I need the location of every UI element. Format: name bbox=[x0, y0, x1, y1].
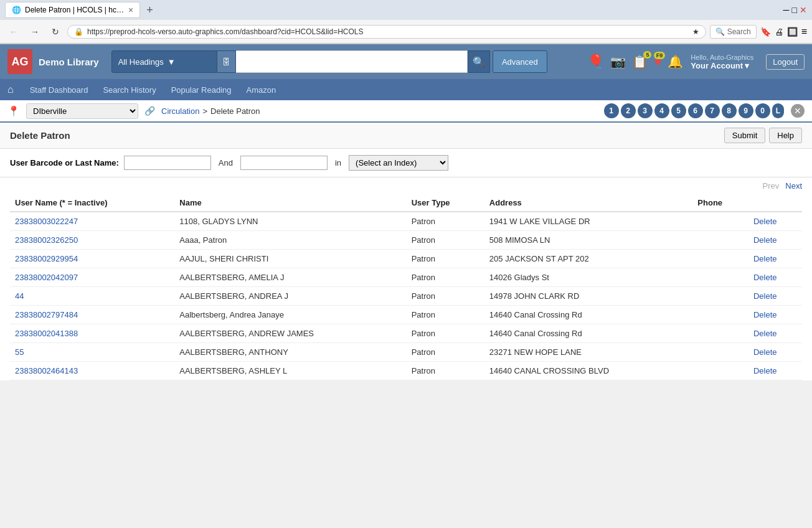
delete-link[interactable]: Delete bbox=[753, 366, 777, 375]
list-icon[interactable]: 📋 5 bbox=[632, 54, 648, 69]
patrons-table: User Name (* = Inactive) Name User Type … bbox=[10, 194, 802, 380]
close-button[interactable]: ✕ bbox=[791, 104, 805, 118]
tab-title: Delete Patron | HCOLS | hcols | bbox=[25, 6, 125, 14]
location-select[interactable]: DIberville bbox=[26, 103, 138, 119]
logout-button[interactable]: Logout bbox=[766, 54, 805, 70]
delete-link[interactable]: Delete bbox=[753, 329, 777, 338]
delete-link[interactable]: Delete bbox=[753, 347, 777, 357]
search-submit-button[interactable]: 🔍 bbox=[468, 50, 490, 73]
database-icon[interactable]: 🗄 bbox=[217, 50, 236, 73]
forward-button[interactable]: → bbox=[26, 24, 44, 39]
menu-icon[interactable]: ≡ bbox=[801, 26, 807, 37]
maximize-button[interactable]: □ bbox=[792, 5, 797, 15]
username-link[interactable]: 23838002041388 bbox=[15, 329, 78, 338]
barcode-lastname-input[interactable] bbox=[124, 156, 211, 170]
prev-link[interactable]: Prev bbox=[763, 181, 780, 191]
username-link[interactable]: 23838002326250 bbox=[15, 235, 78, 245]
nav-popular-reading[interactable]: Popular Reading bbox=[164, 80, 239, 100]
cell-usertype: Patron bbox=[407, 324, 484, 343]
cell-address: 14026 Gladys St bbox=[484, 268, 693, 287]
table-container: Prev Next User Name (* = Inactive) Name … bbox=[0, 177, 812, 380]
username-link[interactable]: 23838003022247 bbox=[15, 217, 78, 226]
browser-search-box[interactable]: 🔍 Search bbox=[710, 25, 757, 39]
page-tab-4[interactable]: 4 bbox=[654, 103, 669, 118]
next-link[interactable]: Next bbox=[785, 181, 802, 191]
new-tab-button[interactable]: + bbox=[144, 4, 156, 17]
cell-phone bbox=[692, 306, 748, 324]
username-link[interactable]: 44 bbox=[15, 291, 24, 301]
cell-name: Aaaa, Patron bbox=[174, 231, 406, 250]
delete-link[interactable]: Delete bbox=[753, 254, 777, 263]
nav-links: Staff Dashboard Search History Popular R… bbox=[22, 80, 284, 100]
nav-staff-dashboard[interactable]: Staff Dashboard bbox=[22, 80, 96, 100]
library-name: Demo Library bbox=[39, 57, 99, 67]
minimize-button[interactable]: ─ bbox=[783, 5, 790, 15]
cell-action: Delete bbox=[748, 231, 802, 250]
breadcrumb-current: Delete Patron bbox=[210, 106, 260, 116]
chevron-down-icon: ▾ bbox=[745, 61, 749, 70]
search-input[interactable] bbox=[236, 50, 468, 73]
cell-name: AAJUL, SHERI CHRISTI bbox=[174, 250, 406, 268]
page-tab-0[interactable]: 0 bbox=[755, 103, 770, 118]
search-type-dropdown[interactable]: All Headings ▼ bbox=[111, 50, 217, 73]
delete-link[interactable]: Delete bbox=[753, 273, 777, 282]
advanced-search-button[interactable]: Advanced bbox=[493, 50, 547, 73]
page-tab-7[interactable]: 7 bbox=[705, 103, 720, 118]
delete-link[interactable]: Delete bbox=[753, 235, 777, 245]
page-actions: Submit Help bbox=[724, 128, 802, 143]
delete-link[interactable]: Delete bbox=[753, 217, 777, 226]
page-tab-1[interactable]: 1 bbox=[604, 103, 619, 118]
cell-username: 44 bbox=[10, 287, 174, 306]
delete-link[interactable]: Delete bbox=[753, 310, 777, 319]
breadcrumb-circulation-link[interactable]: Circulation bbox=[161, 106, 199, 116]
username-link[interactable]: 23838002797484 bbox=[15, 310, 78, 319]
camera-icon[interactable]: 📷 bbox=[610, 54, 626, 69]
cell-usertype: Patron bbox=[407, 362, 484, 380]
second-input[interactable] bbox=[240, 156, 328, 170]
user-account-dropdown[interactable]: Your Account ▾ bbox=[691, 61, 753, 70]
col-name: Name bbox=[174, 194, 406, 212]
username-link[interactable]: 23838002042097 bbox=[15, 273, 78, 282]
page-tab-2[interactable]: 2 bbox=[621, 103, 636, 118]
username-link[interactable]: 55 bbox=[15, 347, 24, 357]
username-link[interactable]: 23838002464143 bbox=[15, 366, 78, 375]
hot-air-balloon-icon[interactable]: 🎈 bbox=[587, 54, 604, 70]
cell-address: 14978 JOHN CLARK RD bbox=[484, 287, 693, 306]
page-tab-3[interactable]: 3 bbox=[638, 103, 653, 118]
nav-search-history[interactable]: Search History bbox=[95, 80, 163, 100]
col-action bbox=[748, 194, 802, 212]
table-row: 238380030222471108, GLADYS LYNNPatron194… bbox=[10, 212, 802, 231]
cell-username: 55 bbox=[10, 343, 174, 362]
heart-icon[interactable]: ♥ F9 bbox=[654, 55, 661, 69]
home-icon[interactable]: ⌂ bbox=[7, 84, 14, 95]
submit-button[interactable]: Submit bbox=[724, 128, 765, 143]
tab-close-button[interactable]: × bbox=[128, 5, 133, 15]
bookmark-icon[interactable]: 🔖 bbox=[760, 27, 771, 37]
page-tab-9[interactable]: 9 bbox=[739, 103, 753, 118]
delete-link[interactable]: Delete bbox=[753, 291, 777, 301]
username-link[interactable]: 23838002929954 bbox=[15, 254, 78, 263]
back-button[interactable]: ← bbox=[5, 24, 22, 39]
cell-address: 205 JACKSON ST APT 202 bbox=[484, 250, 693, 268]
nav-amazon[interactable]: Amazon bbox=[239, 80, 284, 100]
close-window-button[interactable]: ✕ bbox=[800, 5, 807, 15]
print-icon[interactable]: 🖨 bbox=[775, 27, 783, 37]
browser-tab[interactable]: 🌐 Delete Patron | HCOLS | hcols | × bbox=[5, 2, 140, 18]
page-tab-8[interactable]: 8 bbox=[722, 103, 737, 118]
page-tab-6[interactable]: 6 bbox=[688, 103, 703, 118]
bell-icon[interactable]: 🔔 bbox=[668, 54, 683, 69]
page-title: Delete Patron bbox=[10, 130, 70, 141]
page-tab-L[interactable]: L bbox=[772, 103, 784, 118]
cell-phone bbox=[692, 250, 748, 268]
refresh-button[interactable]: ↻ bbox=[47, 24, 64, 39]
extension-icon[interactable]: 🔲 bbox=[787, 27, 798, 37]
table-row: 23838002041388AALBERTSBERG, ANDREW JAMES… bbox=[10, 324, 802, 343]
and-label: And bbox=[216, 158, 235, 167]
help-button[interactable]: Help bbox=[769, 128, 802, 143]
cell-name: AALBERTSBERG, ASHLEY L bbox=[174, 362, 406, 380]
address-bar[interactable]: 🔒 https://preprod-hcols-verso.auto-graph… bbox=[67, 25, 706, 39]
index-select[interactable]: (Select an Index) bbox=[349, 155, 448, 171]
cell-usertype: Patron bbox=[407, 231, 484, 250]
cell-phone bbox=[692, 324, 748, 343]
page-tab-5[interactable]: 5 bbox=[671, 103, 686, 118]
